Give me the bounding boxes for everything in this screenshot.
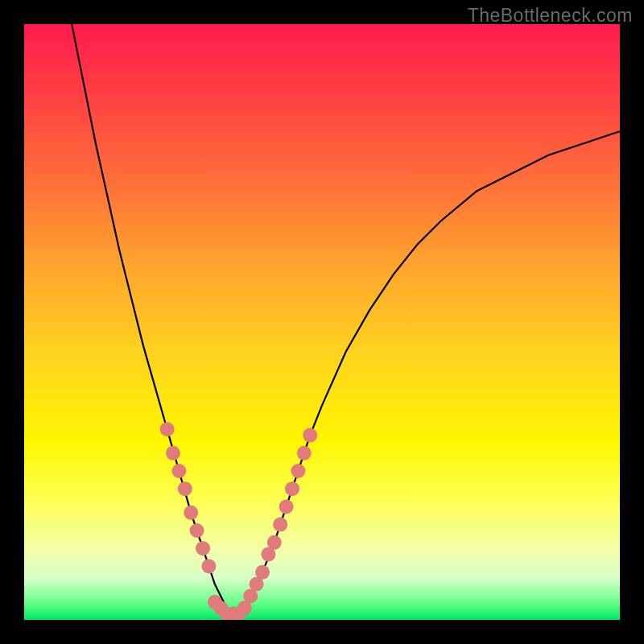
data-dot (273, 518, 287, 532)
data-dot (285, 481, 299, 496)
data-dot (178, 481, 192, 496)
data-dot (184, 506, 198, 520)
data-dot (196, 541, 210, 555)
bottleneck-curve (72, 24, 620, 614)
chart-area (24, 24, 620, 620)
data-dot (160, 422, 175, 436)
data-dot (279, 499, 294, 514)
data-dot (255, 565, 270, 580)
data-dot (267, 535, 282, 550)
data-dot (201, 559, 216, 573)
data-dot (171, 464, 186, 478)
data-dot (190, 523, 204, 538)
data-dot (291, 464, 305, 478)
watermark-text: TheBottleneck.com (468, 5, 633, 27)
data-dot (297, 446, 312, 460)
data-dot (303, 428, 317, 443)
chart-svg (24, 24, 620, 620)
data-dot (166, 446, 180, 460)
data-dots (160, 422, 318, 620)
